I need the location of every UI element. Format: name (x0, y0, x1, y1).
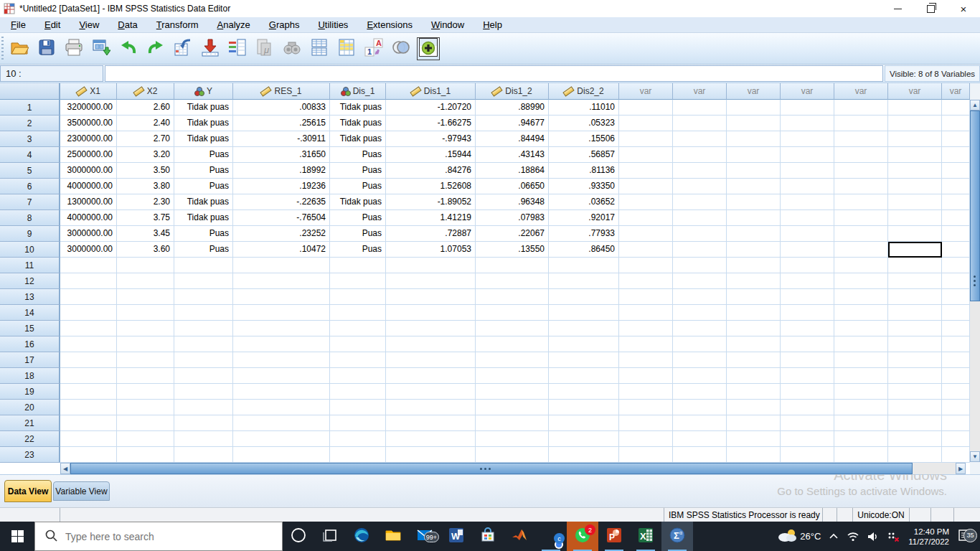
cell[interactable] (673, 116, 727, 131)
cell[interactable] (117, 321, 174, 336)
cell[interactable]: 3200000.00 (60, 100, 117, 116)
cell[interactable] (619, 368, 673, 384)
cell[interactable] (727, 431, 781, 447)
cell[interactable] (834, 447, 888, 463)
cell[interactable] (781, 258, 834, 273)
cell[interactable]: .92017 (549, 210, 619, 226)
cell[interactable]: 1300000.00 (60, 194, 117, 210)
cell[interactable] (942, 352, 970, 368)
column-header-var[interactable]: var (727, 83, 781, 100)
cell[interactable] (727, 226, 781, 242)
cell[interactable] (60, 447, 117, 463)
cell[interactable] (888, 289, 942, 305)
cell[interactable] (619, 352, 673, 368)
cell[interactable] (174, 305, 233, 321)
cell[interactable] (233, 289, 330, 305)
cell[interactable]: 3500000.00 (60, 116, 117, 131)
cell[interactable] (727, 147, 781, 163)
search-input[interactable] (64, 530, 246, 543)
row-header[interactable]: 3 (0, 131, 60, 147)
taskbar-app-word[interactable]: W (440, 522, 472, 551)
cell[interactable]: 4000000.00 (60, 210, 117, 226)
cell[interactable] (619, 147, 673, 163)
print-button[interactable] (60, 35, 88, 62)
cell[interactable]: .10472 (233, 242, 330, 258)
cell[interactable] (476, 321, 549, 336)
tab-data-view[interactable]: Data View (4, 480, 52, 502)
row-header[interactable]: 19 (0, 384, 60, 400)
cell[interactable]: Tidak puas (330, 100, 386, 116)
cell[interactable] (174, 273, 233, 289)
cell[interactable] (117, 384, 174, 400)
taskbar-app-file-explorer[interactable] (377, 522, 409, 551)
cell[interactable]: .06650 (476, 179, 549, 194)
cell[interactable] (476, 336, 549, 352)
cell[interactable] (619, 226, 673, 242)
column-header-dis_1[interactable]: Dis_1 (330, 83, 386, 100)
cell[interactable] (549, 321, 619, 336)
cell[interactable] (673, 194, 727, 210)
cell[interactable] (673, 321, 727, 336)
column-header-dis1_1[interactable]: Dis1_1 (386, 83, 476, 100)
cell[interactable]: Puas (174, 179, 233, 194)
cell[interactable] (834, 352, 888, 368)
cell[interactable] (619, 400, 673, 415)
cell[interactable]: .96348 (476, 194, 549, 210)
cell[interactable] (727, 116, 781, 131)
row-header[interactable]: 6 (0, 179, 60, 194)
cell[interactable] (834, 305, 888, 321)
cell[interactable] (619, 131, 673, 147)
cell[interactable]: .15506 (549, 131, 619, 147)
cell[interactable]: Puas (330, 163, 386, 179)
vertical-scroll-thumb[interactable] (970, 110, 980, 301)
cell[interactable] (727, 447, 781, 463)
cell[interactable] (174, 352, 233, 368)
cell[interactable] (727, 384, 781, 400)
cell[interactable]: 3000000.00 (60, 163, 117, 179)
cell[interactable] (727, 273, 781, 289)
redo-button[interactable] (142, 35, 169, 62)
cell[interactable] (781, 289, 834, 305)
row-header[interactable]: 21 (0, 415, 60, 431)
cell[interactable] (619, 321, 673, 336)
cell[interactable] (117, 352, 174, 368)
cell[interactable]: Puas (174, 226, 233, 242)
taskbar-app-edge[interactable] (346, 522, 377, 551)
start-button[interactable] (0, 522, 34, 551)
cell[interactable] (834, 163, 888, 179)
volume-icon[interactable] (863, 522, 883, 551)
cell[interactable]: .77933 (549, 226, 619, 242)
cell[interactable] (117, 305, 174, 321)
cell[interactable] (386, 447, 476, 463)
menu-extensions[interactable]: Extensions (357, 18, 422, 32)
cell[interactable] (888, 100, 942, 116)
cell[interactable]: 3.60 (117, 242, 174, 258)
cell[interactable]: .94677 (476, 116, 549, 131)
split-file-button[interactable] (306, 35, 333, 62)
cell[interactable] (727, 305, 781, 321)
row-header[interactable]: 11 (0, 258, 60, 273)
cell[interactable] (942, 321, 970, 336)
recall-dialogs-button[interactable] (88, 35, 115, 62)
cell[interactable] (834, 116, 888, 131)
cell[interactable] (174, 321, 233, 336)
cell[interactable] (942, 131, 970, 147)
cell[interactable] (942, 258, 970, 273)
cell[interactable] (834, 273, 888, 289)
cell[interactable]: .15944 (386, 147, 476, 163)
menu-transform[interactable]: Transform (147, 18, 208, 32)
menu-analyze[interactable]: Analyze (208, 18, 260, 32)
menu-view[interactable]: View (70, 18, 108, 32)
cell[interactable]: .18992 (233, 163, 330, 179)
cell[interactable]: .18864 (476, 163, 549, 179)
cell[interactable] (117, 431, 174, 447)
cell[interactable] (386, 400, 476, 415)
cell[interactable] (476, 400, 549, 415)
notification-center-button[interactable]: 35 (954, 528, 980, 545)
cell[interactable]: -.76504 (233, 210, 330, 226)
cell[interactable]: -.30911 (233, 131, 330, 147)
cell[interactable] (781, 384, 834, 400)
cell[interactable] (834, 226, 888, 242)
row-header[interactable]: 7 (0, 194, 60, 210)
row-header[interactable]: 1 (0, 100, 60, 116)
